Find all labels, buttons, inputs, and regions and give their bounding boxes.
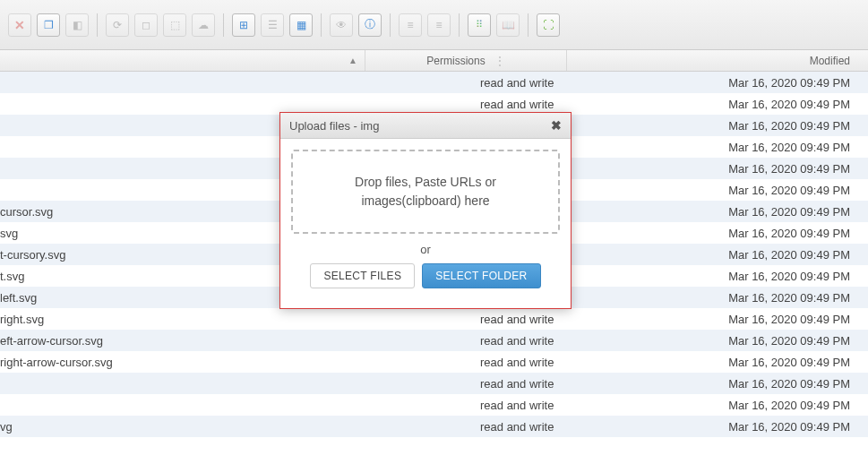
toolbar-separator [459,13,460,37]
table-row[interactable]: eft-arrow-cursor.svgread and writeMar 16… [0,330,868,351]
cell-permissions: read and write [365,98,567,111]
toolbar-separator [390,13,391,37]
dropzone-text-line1: Drop files, Paste URLs or [302,173,549,192]
header-modified-label: Modified [810,55,850,67]
toolbar-help-btn[interactable]: 📖 [496,13,520,37]
dialog-close-button[interactable]: ✖ [551,118,562,133]
refresh-icon: ⟳ [113,19,122,31]
header-permissions[interactable]: Permissions ⋮ [365,50,567,71]
header-modified[interactable]: Modified [567,50,868,71]
dropzone-text-line2: images(clipboard) here [302,192,549,211]
header-permissions-label: Permissions [426,55,485,67]
cell-name: eft-arrow-cursor.svg [0,334,365,348]
select-folder-button[interactable]: SELECT FOLDER [422,263,540,288]
cell-permissions: read and write [365,377,567,391]
list-icon: ☰ [268,19,278,31]
cell-modified: Mar 16, 2020 09:49 PM [567,248,868,262]
cell-modified: Mar 16, 2020 09:49 PM [567,291,868,305]
cell-modified: Mar 16, 2020 09:49 PM [567,313,868,326]
cell-name: right-arrow-cursor.svg [0,356,365,369]
eye-icon: 👁 [336,19,347,31]
sort-desc-icon: ≡ [435,19,442,31]
cell-name: vg [0,420,365,434]
book-icon: 📖 [502,19,515,31]
toolbar-sort-asc-btn[interactable]: ≡ [399,13,422,37]
cell-modified: Mar 16, 2020 09:49 PM [567,76,868,90]
toolbar-sort-desc-btn[interactable]: ≡ [427,13,451,37]
cell-permissions: read and write [365,76,567,90]
crop-icon: ⬚ [170,19,180,31]
expand-icon: ⛶ [543,19,554,31]
toolbar-list-btn[interactable]: ☰ [261,13,284,37]
cell-permissions: read and write [365,420,567,434]
toolbar-preview-btn[interactable]: 👁 [330,13,353,37]
cloud-icon: ☁ [198,19,209,31]
dropzone[interactable]: Drop files, Paste URLs or images(clipboa… [291,150,560,234]
cell-modified: Mar 16, 2020 09:49 PM [567,420,868,434]
cell-modified: Mar 16, 2020 09:49 PM [567,356,868,369]
cell-permissions: read and write [365,313,567,326]
cell-modified: Mar 16, 2020 09:49 PM [567,141,868,154]
select-icon: ◻ [142,19,150,31]
cell-modified: Mar 16, 2020 09:49 PM [567,205,868,219]
toolbar-tiles-btn[interactable]: ▦ [289,13,313,37]
toolbar-paste-btn[interactable]: ◧ [65,13,89,37]
toolbar-separator [528,13,529,37]
apps-icon: ⠿ [476,19,483,30]
grid-icon: ⊞ [239,19,248,31]
cell-permissions: read and write [365,356,567,369]
paste-icon: ◧ [73,19,82,31]
toolbar-crop-btn[interactable]: ⬚ [163,13,186,37]
toolbar-cloud-btn[interactable]: ☁ [192,13,215,37]
sort-arrow-icon: ▲ [348,56,357,65]
upload-dialog: Upload files - img ✖ Drop files, Paste U… [279,112,572,309]
copy-icon: ❐ [44,19,54,31]
cell-modified: Mar 16, 2020 09:49 PM [567,334,868,348]
dialog-buttons: SELECT FILES SELECT FOLDER [291,263,560,297]
toolbar-close-btn[interactable]: ✕ [8,13,31,37]
close-icon: ✕ [14,18,25,32]
cell-modified: Mar 16, 2020 09:49 PM [567,399,868,412]
table-header: ▲ Permissions ⋮ Modified [0,50,868,72]
toolbar-separator [223,13,224,37]
dialog-title-text: Upload files - img [289,119,379,133]
toolbar-apps-btn[interactable]: ⠿ [468,13,491,37]
toolbar: ✕ ❐ ◧ ⟳ ◻ ⬚ ☁ ⊞ ☰ ▦ 👁 ⓘ ≡ ≡ ⠿ 📖 ⛶ [0,0,868,50]
toolbar-fullscreen-btn[interactable]: ⛶ [537,13,560,37]
cell-modified: Mar 16, 2020 09:49 PM [567,184,868,197]
table-row[interactable]: right-arrow-cursor.svgread and writeMar … [0,351,868,373]
or-separator: or [291,243,560,256]
tiles-icon: ▦ [296,19,306,31]
toolbar-separator [321,13,322,37]
cell-modified: Mar 16, 2020 09:49 PM [567,270,868,283]
select-files-button[interactable]: SELECT FILES [310,263,415,288]
cell-modified: Mar 16, 2020 09:49 PM [567,98,868,111]
dialog-body: Drop files, Paste URLs or images(clipboa… [280,139,571,308]
toolbar-info-btn[interactable]: ⓘ [358,13,382,37]
toolbar-refresh-btn[interactable]: ⟳ [106,13,129,37]
table-row[interactable]: right.svgread and writeMar 16, 2020 09:4… [0,308,868,330]
table-row[interactable]: read and writeMar 16, 2020 09:49 PM [0,394,868,416]
dialog-titlebar[interactable]: Upload files - img ✖ [280,113,571,139]
toolbar-separator [97,13,98,37]
info-icon: ⓘ [365,17,375,32]
cell-modified: Mar 16, 2020 09:49 PM [567,377,868,391]
toolbar-copy-btn[interactable]: ❐ [37,13,60,37]
cell-modified: Mar 16, 2020 09:49 PM [567,227,868,240]
table-row[interactable]: read and writeMar 16, 2020 09:49 PM [0,373,868,394]
header-name[interactable]: ▲ [0,50,365,71]
cell-permissions: read and write [365,334,567,348]
cell-modified: Mar 16, 2020 09:49 PM [567,119,868,133]
cell-name: right.svg [0,313,365,326]
table-row[interactable]: read and writeMar 16, 2020 09:49 PM [0,72,868,93]
table-row[interactable]: vgread and writeMar 16, 2020 09:49 PM [0,416,868,437]
cell-modified: Mar 16, 2020 09:49 PM [567,162,868,176]
toolbar-select-btn[interactable]: ◻ [134,13,158,37]
sort-asc-icon: ≡ [407,19,413,31]
column-resize-handle[interactable]: ⋮ [494,55,505,67]
toolbar-grid-btn[interactable]: ⊞ [232,13,255,37]
cell-permissions: read and write [365,399,567,412]
